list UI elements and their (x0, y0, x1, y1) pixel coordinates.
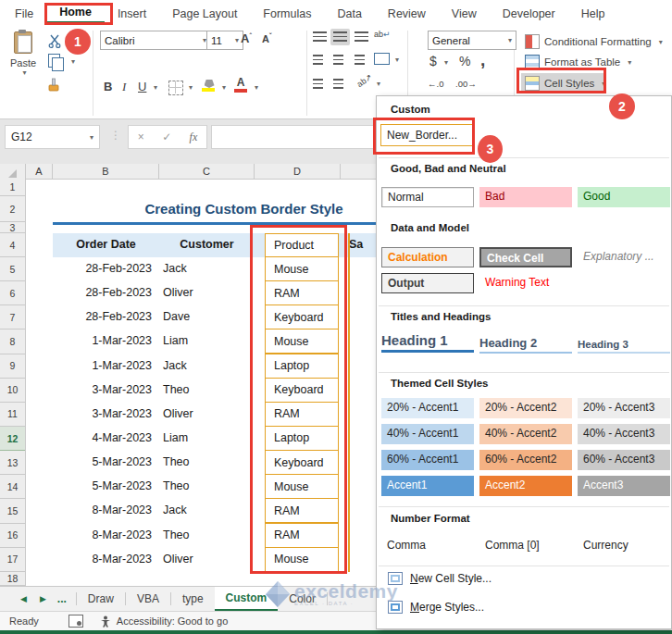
paste-button[interactable]: Paste ▾ (7, 31, 39, 77)
style-explanatory[interactable]: Explanatory ... (578, 247, 670, 267)
enter-icon[interactable]: ✓ (162, 131, 171, 143)
sheet-tab-draw[interactable]: Draw (77, 587, 125, 611)
tab-home[interactable]: Home (46, 6, 105, 23)
style-60-accent2[interactable]: 60% - Accent2 (479, 450, 572, 470)
style-accent2[interactable]: Accent2 (479, 476, 572, 496)
accounting-dropdown-icon[interactable]: ▾ (444, 58, 448, 67)
cell-order-date[interactable]: 5-Mar-2023 (53, 455, 152, 468)
sheet-tab-vba[interactable]: VBA (126, 587, 170, 611)
header-customer[interactable]: Customer (159, 238, 255, 251)
decrease-decimal-icon[interactable]: .00→ (455, 79, 477, 89)
bottom-align-icon[interactable] (355, 31, 368, 42)
style-20-accent1[interactable]: 20% - Accent1 (381, 398, 474, 418)
wrap-text-icon[interactable]: ab↵ (374, 30, 391, 39)
column-header-d[interactable]: D (255, 164, 341, 179)
tab-review[interactable]: Review (375, 7, 439, 20)
sheet-tab-color[interactable]: Color (278, 587, 327, 611)
style-60-accent1[interactable]: 60% - Accent1 (381, 450, 474, 470)
column-header-a[interactable]: A (26, 164, 53, 179)
row-header[interactable]: 3 (0, 222, 25, 233)
cancel-icon[interactable]: × (138, 131, 144, 143)
cell-customer[interactable]: Theo (163, 528, 190, 541)
cell-order-date[interactable]: 8-Mar-2023 (53, 553, 152, 566)
borders-icon[interactable] (168, 81, 183, 95)
orientation-dropdown-icon[interactable]: ▾ (377, 80, 380, 88)
top-align-icon[interactable] (313, 31, 327, 42)
style-warning-text[interactable]: Warning Text (479, 273, 572, 293)
cell-customer[interactable]: Theo (163, 479, 190, 492)
row-header[interactable]: 1 (0, 179, 25, 196)
italic-button[interactable]: I (122, 80, 126, 94)
borders-dropdown-icon[interactable]: ▾ (189, 83, 193, 92)
row-header[interactable]: 18 (0, 572, 25, 586)
cell-order-date[interactable]: 1-Mar-2023 (53, 334, 152, 347)
sheet-tabs-more[interactable]: ... (57, 592, 67, 605)
align-center-icon[interactable] (333, 55, 343, 65)
style-40-accent1[interactable]: 40% - Accent1 (381, 424, 474, 444)
column-header-b[interactable]: B (53, 164, 159, 179)
grow-font-button[interactable]: Aˆ (241, 31, 252, 45)
fill-color-button[interactable] (202, 80, 217, 92)
new-cell-style-item[interactable]: New Cell Style... (388, 572, 492, 585)
style-normal[interactable]: Normal (381, 187, 474, 207)
cell-product[interactable]: RAM (265, 523, 339, 548)
cell-product[interactable]: RAM (265, 280, 339, 305)
cell-product[interactable]: Laptop (265, 354, 339, 379)
merge-styles-item[interactable]: Merge Styles... (388, 601, 484, 614)
style-accent3[interactable]: Accent3 (578, 476, 670, 496)
style-40-accent2[interactable]: 40% - Accent2 (479, 424, 572, 444)
cell-product[interactable]: Mouse (265, 329, 339, 354)
header-sales-partial[interactable]: Sa (349, 238, 363, 251)
style-20-accent3[interactable]: 20% - Accent3 (578, 398, 670, 418)
cell-customer[interactable]: Oliver (163, 286, 193, 299)
header-product[interactable]: Product (265, 233, 339, 257)
bold-button[interactable]: B (104, 80, 112, 93)
column-header-c[interactable]: C (159, 164, 255, 179)
tab-help[interactable]: Help (568, 7, 618, 20)
style-check-cell[interactable]: Check Cell (479, 247, 572, 267)
font-color-button[interactable]: A (233, 77, 248, 93)
cell-customer[interactable]: Oliver (163, 407, 193, 420)
cell-order-date[interactable]: 28-Feb-2023 (53, 310, 152, 323)
cell-product[interactable]: Keyboard (265, 450, 339, 475)
cell-customer[interactable]: Liam (163, 431, 188, 444)
cell-product[interactable]: Mouse (265, 547, 339, 572)
style-40-accent3[interactable]: 40% - Accent3 (578, 424, 670, 444)
format-as-table-button[interactable]: Format as Table ▾ (525, 55, 631, 69)
style-calculation[interactable]: Calculation (381, 247, 474, 267)
tab-formulas[interactable]: Formulas (250, 7, 324, 20)
cell-order-date[interactable]: 3-Mar-2023 (53, 383, 152, 396)
cell-product[interactable]: Keyboard (265, 378, 339, 403)
format-painter-icon[interactable] (46, 76, 65, 94)
accessibility-icon[interactable] (100, 615, 111, 628)
cell-customer[interactable]: Jack (163, 503, 187, 516)
conditional-formatting-button[interactable]: Conditional Formatting ▾ (525, 34, 663, 49)
tab-view[interactable]: View (439, 7, 490, 20)
increase-decimal-icon[interactable]: ←.0 (428, 79, 443, 89)
underline-button[interactable]: U (138, 80, 146, 93)
orientation-icon[interactable]: ab↗ (355, 72, 374, 89)
cell-order-date[interactable]: 8-Mar-2023 (53, 528, 152, 541)
comma-style-button[interactable]: , (480, 50, 485, 70)
cell-customer[interactable]: Theo (163, 455, 190, 468)
sheet-tab-custom-active[interactable]: Custom (215, 587, 279, 611)
cell-order-date[interactable]: 1-Mar-2023 (53, 359, 152, 372)
insert-function-icon[interactable]: fx (190, 131, 198, 144)
style-good[interactable]: Good (578, 187, 670, 207)
style-heading3[interactable]: Heading 3 (578, 339, 670, 354)
style-accent1[interactable]: Accent1 (381, 476, 474, 496)
fill-color-dropdown-icon[interactable]: ▾ (222, 83, 226, 92)
cell-order-date[interactable]: 5-Mar-2023 (53, 479, 152, 492)
cell-order-date[interactable]: 4-Mar-2023 (53, 431, 152, 444)
copy-dropdown-icon[interactable]: ▾ (71, 57, 75, 66)
cell-customer[interactable]: Theo (163, 383, 190, 396)
percent-style-button[interactable]: % (459, 54, 470, 68)
cell-order-date[interactable]: 8-Mar-2023 (53, 503, 152, 516)
merge-dropdown-icon[interactable]: ▾ (395, 56, 399, 64)
merge-center-icon[interactable] (374, 53, 390, 65)
cell-customer[interactable]: Liam (163, 334, 188, 347)
style-new-border[interactable]: New_Border... (380, 124, 473, 146)
row-header[interactable]: 2 (0, 196, 25, 222)
header-order-date[interactable]: Order Date (53, 238, 159, 251)
style-heading2[interactable]: Heading 2 (479, 336, 572, 354)
